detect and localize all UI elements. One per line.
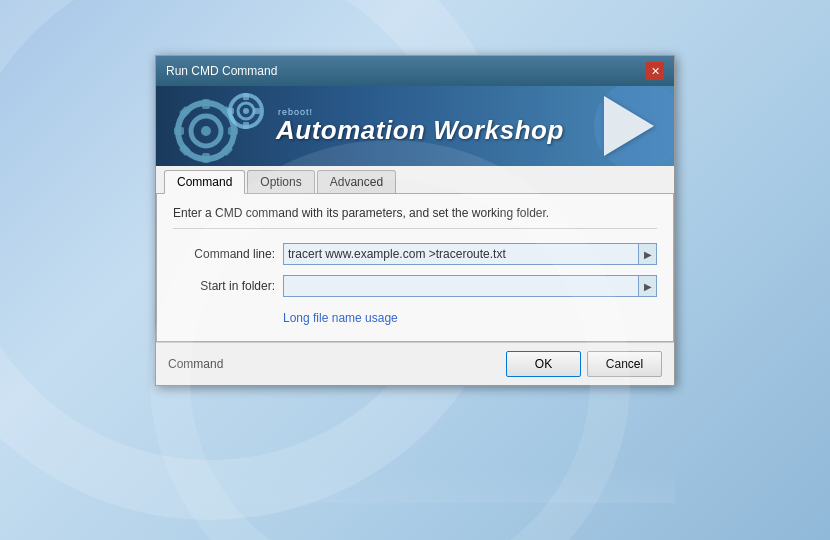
start-folder-input-wrapper: ▶ xyxy=(283,275,657,297)
dialog-title: Run CMD Command xyxy=(166,64,277,78)
tab-command[interactable]: Command xyxy=(164,170,245,194)
content-description: Enter a CMD command with its parameters,… xyxy=(173,206,657,229)
tab-advanced[interactable]: Advanced xyxy=(317,170,396,193)
main-title-text: Automation Workshop xyxy=(276,115,564,145)
svg-rect-3 xyxy=(202,99,210,109)
title-bar: Run CMD Command ✕ xyxy=(156,56,674,86)
gears-graphic xyxy=(161,91,276,166)
svg-rect-6 xyxy=(228,127,238,135)
start-folder-arrow[interactable]: ▶ xyxy=(639,275,657,297)
command-line-input[interactable] xyxy=(283,243,639,265)
ok-button[interactable]: OK xyxy=(506,351,581,377)
svg-rect-16 xyxy=(227,108,234,114)
dialog-footer: Command OK Cancel xyxy=(156,342,674,385)
tab-options[interactable]: Options xyxy=(247,170,314,193)
svg-rect-15 xyxy=(243,122,249,129)
svg-point-2 xyxy=(201,126,211,136)
long-filename-link[interactable]: Long file name usage xyxy=(283,311,398,325)
header-banner: reboot! Automation Workshop xyxy=(156,86,674,166)
command-line-label: Command line: xyxy=(173,247,283,261)
footer-label: Command xyxy=(168,357,223,371)
command-line-row: Command line: ▶ xyxy=(173,243,657,265)
play-icon xyxy=(604,96,654,156)
start-folder-input[interactable] xyxy=(283,275,639,297)
dialog-content: Enter a CMD command with its parameters,… xyxy=(156,194,674,342)
cancel-button[interactable]: Cancel xyxy=(587,351,662,377)
svg-rect-14 xyxy=(243,93,249,100)
close-button[interactable]: ✕ xyxy=(646,62,664,80)
header-title: reboot! Automation Workshop xyxy=(276,107,564,146)
command-line-arrow[interactable]: ▶ xyxy=(639,243,657,265)
svg-rect-5 xyxy=(174,127,184,135)
command-line-input-wrapper: ▶ xyxy=(283,243,657,265)
svg-rect-17 xyxy=(253,108,260,114)
start-folder-row: Start in folder: ▶ xyxy=(173,275,657,297)
svg-point-13 xyxy=(243,108,249,114)
dialog-reflection xyxy=(155,468,675,503)
start-folder-label: Start in folder: xyxy=(173,279,283,293)
footer-buttons: OK Cancel xyxy=(506,351,662,377)
run-cmd-dialog: Run CMD Command ✕ xyxy=(155,55,675,386)
svg-rect-4 xyxy=(202,153,210,163)
tabs-bar: Command Options Advanced xyxy=(156,166,674,194)
